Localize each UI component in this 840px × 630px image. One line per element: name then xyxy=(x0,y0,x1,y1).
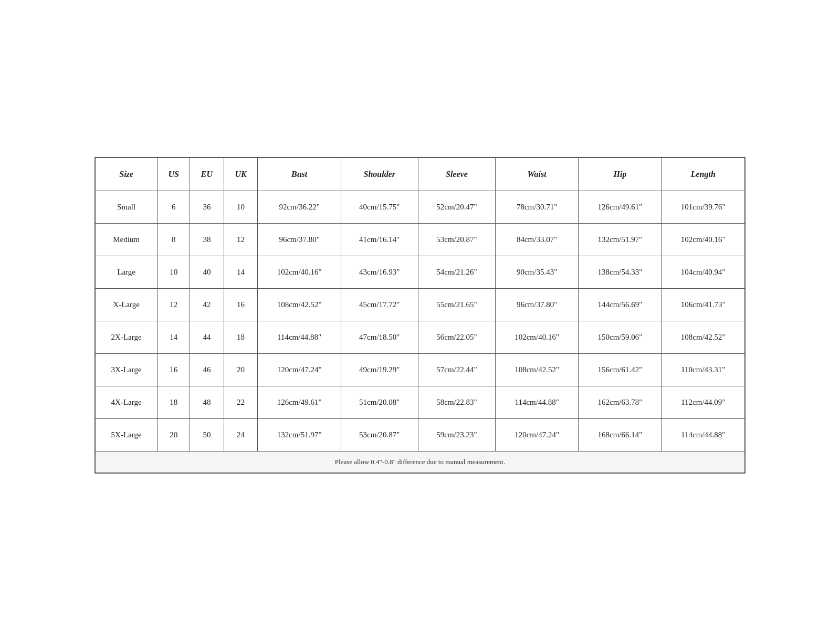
cell-length: 102cm/40.16" xyxy=(662,223,744,256)
cell-length: 112cm/44.09" xyxy=(662,386,744,418)
footer-note: Please allow 0.4"-0.8" difference due to… xyxy=(96,451,745,472)
cell-uk: 14 xyxy=(224,256,258,288)
cell-hip: 150cm/59.06" xyxy=(579,321,662,353)
cell-hip: 162cm/63.78" xyxy=(579,386,662,418)
cell-waist: 120cm/47.24" xyxy=(495,418,578,451)
cell-hip: 126cm/49.61" xyxy=(579,191,662,223)
cell-bust: 132cm/51.97" xyxy=(258,418,341,451)
cell-us: 10 xyxy=(158,256,190,288)
cell-sleeve: 57cm/22.44" xyxy=(418,353,495,386)
footer-row: Please allow 0.4"-0.8" difference due to… xyxy=(96,451,745,472)
header-row: Size US EU UK Bust Shoulder Sleeve Waist… xyxy=(96,158,745,191)
cell-waist: 114cm/44.88" xyxy=(495,386,578,418)
cell-shoulder: 45cm/17.72" xyxy=(341,288,418,321)
cell-sleeve: 54cm/21.26" xyxy=(418,256,495,288)
col-header-size: Size xyxy=(96,158,158,191)
table-row: 4X-Large184822126cm/49.61"51cm/20.08"58c… xyxy=(96,386,745,418)
cell-shoulder: 51cm/20.08" xyxy=(341,386,418,418)
cell-bust: 126cm/49.61" xyxy=(258,386,341,418)
cell-waist: 102cm/40.16" xyxy=(495,321,578,353)
cell-shoulder: 43cm/16.93" xyxy=(341,256,418,288)
cell-shoulder: 40cm/15.75" xyxy=(341,191,418,223)
cell-eu: 40 xyxy=(190,256,224,288)
cell-eu: 44 xyxy=(190,321,224,353)
cell-size: 3X-Large xyxy=(96,353,158,386)
col-header-bust: Bust xyxy=(258,158,341,191)
cell-length: 106cm/41.73" xyxy=(662,288,744,321)
cell-sleeve: 59cm/23.23" xyxy=(418,418,495,451)
cell-hip: 144cm/56.69" xyxy=(579,288,662,321)
table-row: 5X-Large205024132cm/51.97"53cm/20.87"59c… xyxy=(96,418,745,451)
cell-eu: 38 xyxy=(190,223,224,256)
table-row: X-Large124216108cm/42.52"45cm/17.72"55cm… xyxy=(96,288,745,321)
cell-bust: 102cm/40.16" xyxy=(258,256,341,288)
cell-sleeve: 52cm/20.47" xyxy=(418,191,495,223)
cell-bust: 96cm/37.80" xyxy=(258,223,341,256)
cell-sleeve: 58cm/22.83" xyxy=(418,386,495,418)
cell-size: 5X-Large xyxy=(96,418,158,451)
cell-bust: 120cm/47.24" xyxy=(258,353,341,386)
cell-size: Medium xyxy=(96,223,158,256)
cell-length: 110cm/43.31" xyxy=(662,353,744,386)
cell-length: 104cm/40.94" xyxy=(662,256,744,288)
cell-length: 108cm/42.52" xyxy=(662,321,744,353)
cell-uk: 24 xyxy=(224,418,258,451)
cell-us: 6 xyxy=(158,191,190,223)
table-row: Large104014102cm/40.16"43cm/16.93"54cm/2… xyxy=(96,256,745,288)
col-header-waist: Waist xyxy=(495,158,578,191)
cell-us: 16 xyxy=(158,353,190,386)
col-header-shoulder: Shoulder xyxy=(341,158,418,191)
cell-eu: 36 xyxy=(190,191,224,223)
table-row: 3X-Large164620120cm/47.24"49cm/19.29"57c… xyxy=(96,353,745,386)
cell-length: 114cm/44.88" xyxy=(662,418,744,451)
cell-hip: 168cm/66.14" xyxy=(579,418,662,451)
cell-sleeve: 55cm/21.65" xyxy=(418,288,495,321)
table-row: Medium8381296cm/37.80"41cm/16.14"53cm/20… xyxy=(96,223,745,256)
size-chart-table: Size US EU UK Bust Shoulder Sleeve Waist… xyxy=(95,158,745,473)
col-header-eu: EU xyxy=(190,158,224,191)
cell-shoulder: 41cm/16.14" xyxy=(341,223,418,256)
cell-uk: 22 xyxy=(224,386,258,418)
cell-waist: 84cm/33.07" xyxy=(495,223,578,256)
cell-bust: 114cm/44.88" xyxy=(258,321,341,353)
cell-uk: 12 xyxy=(224,223,258,256)
cell-bust: 92cm/36.22" xyxy=(258,191,341,223)
cell-size: Small xyxy=(96,191,158,223)
cell-length: 101cm/39.76" xyxy=(662,191,744,223)
cell-uk: 18 xyxy=(224,321,258,353)
cell-us: 12 xyxy=(158,288,190,321)
cell-eu: 48 xyxy=(190,386,224,418)
cell-shoulder: 49cm/19.29" xyxy=(341,353,418,386)
cell-uk: 16 xyxy=(224,288,258,321)
cell-shoulder: 47cm/18.50" xyxy=(341,321,418,353)
cell-us: 18 xyxy=(158,386,190,418)
cell-waist: 96cm/37.80" xyxy=(495,288,578,321)
cell-eu: 46 xyxy=(190,353,224,386)
col-header-uk: UK xyxy=(224,158,258,191)
cell-eu: 42 xyxy=(190,288,224,321)
cell-size: 4X-Large xyxy=(96,386,158,418)
cell-size: Large xyxy=(96,256,158,288)
col-header-us: US xyxy=(158,158,190,191)
cell-us: 14 xyxy=(158,321,190,353)
col-header-sleeve: Sleeve xyxy=(418,158,495,191)
table-row: Small6361092cm/36.22"40cm/15.75"52cm/20.… xyxy=(96,191,745,223)
cell-waist: 90cm/35.43" xyxy=(495,256,578,288)
cell-size: X-Large xyxy=(96,288,158,321)
cell-us: 20 xyxy=(158,418,190,451)
cell-uk: 10 xyxy=(224,191,258,223)
cell-sleeve: 53cm/20.87" xyxy=(418,223,495,256)
cell-shoulder: 53cm/20.87" xyxy=(341,418,418,451)
cell-hip: 138cm/54.33" xyxy=(579,256,662,288)
cell-uk: 20 xyxy=(224,353,258,386)
cell-sleeve: 56cm/22.05" xyxy=(418,321,495,353)
cell-us: 8 xyxy=(158,223,190,256)
cell-waist: 78cm/30.71" xyxy=(495,191,578,223)
size-chart-container: Size US EU UK Bust Shoulder Sleeve Waist… xyxy=(94,157,746,474)
cell-hip: 132cm/51.97" xyxy=(579,223,662,256)
table-row: 2X-Large144418114cm/44.88"47cm/18.50"56c… xyxy=(96,321,745,353)
cell-waist: 108cm/42.52" xyxy=(495,353,578,386)
col-header-hip: Hip xyxy=(579,158,662,191)
cell-bust: 108cm/42.52" xyxy=(258,288,341,321)
col-header-length: Length xyxy=(662,158,744,191)
